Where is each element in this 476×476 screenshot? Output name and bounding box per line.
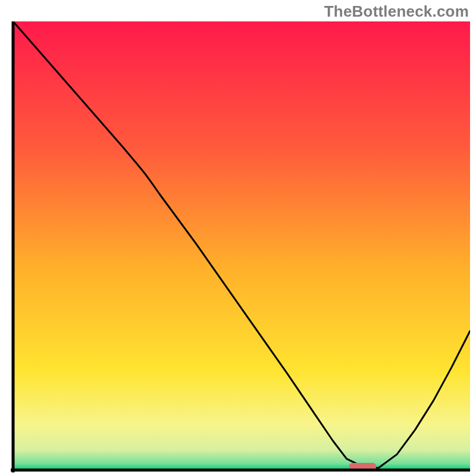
plot-background [13, 21, 470, 470]
watermark-text: TheBottleneck.com [324, 2, 469, 21]
chart-svg [11, 21, 470, 472]
bottleneck-chart: TheBottleneck.com [0, 0, 476, 476]
